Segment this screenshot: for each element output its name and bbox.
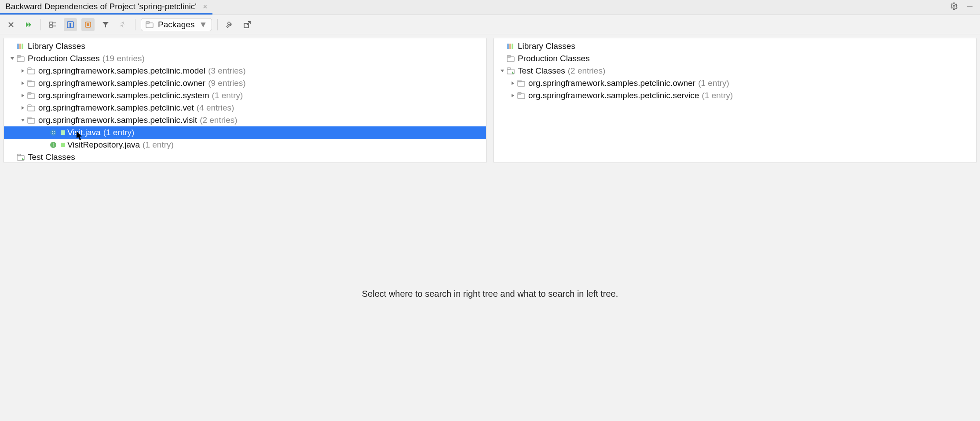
svg-marker-5 (29, 22, 31, 27)
right-tree[interactable]: ▸Library Classes▸Production ClassesTest … (494, 38, 976, 103)
folder-icon (27, 117, 36, 124)
svg-text:C: C (51, 130, 55, 135)
svg-marker-63 (512, 94, 514, 97)
svg-point-11 (70, 23, 71, 24)
tree-row-label: Library Classes (28, 41, 85, 51)
close-tab-icon[interactable]: × (203, 2, 208, 11)
tree-row[interactable]: ▸Test Classes (4, 151, 486, 163)
tree-row-count: (1 entry) (702, 91, 733, 100)
right-tree-pane[interactable]: ▸Library Classes▸Production ClassesTest … (494, 38, 976, 163)
svg-rect-6 (50, 22, 52, 24)
tree-row[interactable]: ▸Production Classes (494, 52, 976, 65)
folder-icon (27, 92, 36, 99)
svg-rect-47 (61, 143, 65, 147)
svg-marker-24 (11, 57, 14, 60)
tree-row[interactable]: Production Classes(19 entries) (4, 52, 486, 65)
svg-rect-65 (518, 92, 521, 94)
tree-row-label: Visit.java (67, 128, 101, 137)
group-by-scope-icon[interactable] (81, 18, 95, 31)
tree-row-count: (9 entries) (208, 78, 246, 88)
svg-rect-52 (509, 44, 511, 49)
tab-bar: Backward Dependencies of Project 'spring… (0, 0, 980, 15)
tree-row-count: (3 entries) (208, 66, 246, 76)
iface-icon: I (49, 141, 58, 148)
svg-marker-27 (22, 69, 24, 73)
folder-icon (16, 55, 25, 62)
tree-row-label: Test Classes (518, 66, 565, 76)
tree-row-count: (1 entry) (698, 78, 729, 88)
chevron-down-icon: ▼ (199, 20, 207, 30)
flatten-packages-icon[interactable] (46, 18, 59, 31)
tree-row-count: (1 entry) (103, 128, 135, 137)
tree-row[interactable]: org.springframework.samples.petclinic.vi… (4, 114, 486, 126)
lib-icon (506, 43, 515, 50)
scope-label: Packages (158, 20, 194, 30)
svg-rect-14 (87, 23, 89, 26)
svg-rect-29 (28, 68, 31, 70)
svg-rect-44 (61, 130, 65, 135)
tree-row-label: VisitRepository.java (67, 140, 140, 150)
tree-row-label: org.springframework.samples.petclinic.vi… (38, 115, 197, 125)
tree-row-label: org.springframework.samples.petclinic.ve… (38, 103, 194, 113)
gear-icon[interactable] (950, 2, 958, 12)
folder-icon (506, 55, 515, 62)
left-tree-pane[interactable]: ▸Library ClassesProduction Classes(19 en… (4, 38, 486, 163)
svg-rect-26 (17, 55, 21, 57)
svg-rect-7 (50, 25, 52, 27)
svg-marker-36 (22, 106, 24, 110)
tree-row-label: org.springframework.samples.petclinic.se… (528, 91, 699, 100)
folder-icon (517, 92, 526, 99)
svg-rect-19 (146, 22, 150, 23)
tree-row-label: org.springframework.samples.petclinic.ow… (528, 78, 695, 88)
tree-row[interactable]: org.springframework.samples.petclinic.sy… (4, 89, 486, 102)
tree-row-label: org.springframework.samples.petclinic.ow… (38, 78, 205, 88)
tree-row[interactable]: Test Classes(2 entries) (494, 65, 976, 77)
tree-row[interactable]: org.springframework.samples.petclinic.ve… (4, 102, 486, 114)
tree-panes: ▸Library ClassesProduction Classes(19 en… (0, 34, 980, 166)
left-tree[interactable]: ▸Library ClassesProduction Classes(19 en… (4, 38, 486, 163)
autoscroll-icon[interactable] (117, 18, 130, 31)
tree-row[interactable]: ▸IVisitRepository.java(1 entry) (4, 139, 486, 151)
lib-icon (16, 43, 25, 50)
tree-row-label: org.springframework.samples.petclinic.sy… (38, 91, 209, 100)
tree-row-count: (2 entries) (568, 66, 606, 76)
tree-row[interactable]: ▸Library Classes (4, 40, 486, 52)
tree-row[interactable]: org.springframework.samples.petclinic.ow… (494, 77, 976, 89)
tree-row-count: (19 entries) (102, 54, 145, 63)
svg-rect-58 (507, 68, 511, 70)
close-icon[interactable] (4, 18, 18, 31)
svg-rect-49 (17, 154, 21, 156)
svg-rect-38 (28, 105, 31, 107)
tree-row[interactable]: ▸Library Classes (494, 40, 976, 52)
filter-icon[interactable] (99, 18, 112, 31)
tree-row-count: (1 entry) (212, 91, 243, 100)
export-icon[interactable] (241, 18, 254, 31)
wrench-icon[interactable] (223, 18, 236, 31)
toolbar: Packages ▼ (0, 15, 980, 34)
tree-row[interactable]: org.springframework.samples.petclinic.se… (494, 89, 976, 102)
tree-row[interactable]: ▸CVisit.java(1 entry) (4, 126, 486, 139)
svg-marker-17 (120, 23, 124, 28)
test-icon (16, 154, 25, 161)
svg-marker-33 (22, 94, 24, 97)
svg-rect-51 (507, 44, 509, 49)
svg-rect-21 (17, 44, 19, 49)
tree-row-label: Library Classes (518, 41, 575, 51)
rerun-icon[interactable] (22, 18, 35, 31)
scope-dropdown[interactable]: Packages ▼ (141, 18, 212, 31)
folder-icon (27, 80, 36, 87)
svg-rect-23 (22, 44, 23, 49)
panel-tab[interactable]: Backward Dependencies of Project 'spring… (0, 0, 212, 15)
tree-row[interactable]: org.springframework.samples.petclinic.mo… (4, 65, 486, 77)
tree-row-label: Production Classes (518, 54, 590, 63)
svg-point-0 (953, 5, 955, 7)
svg-rect-53 (512, 44, 513, 49)
svg-marker-56 (501, 70, 504, 72)
svg-marker-4 (26, 22, 29, 27)
tree-row-count: (4 entries) (197, 103, 234, 113)
tree-row[interactable]: org.springframework.samples.petclinic.ow… (4, 77, 486, 89)
minimize-icon[interactable] (966, 2, 974, 12)
svg-marker-60 (512, 81, 514, 85)
show-illegal-only-icon[interactable] (64, 18, 77, 31)
package-icon (146, 21, 154, 28)
